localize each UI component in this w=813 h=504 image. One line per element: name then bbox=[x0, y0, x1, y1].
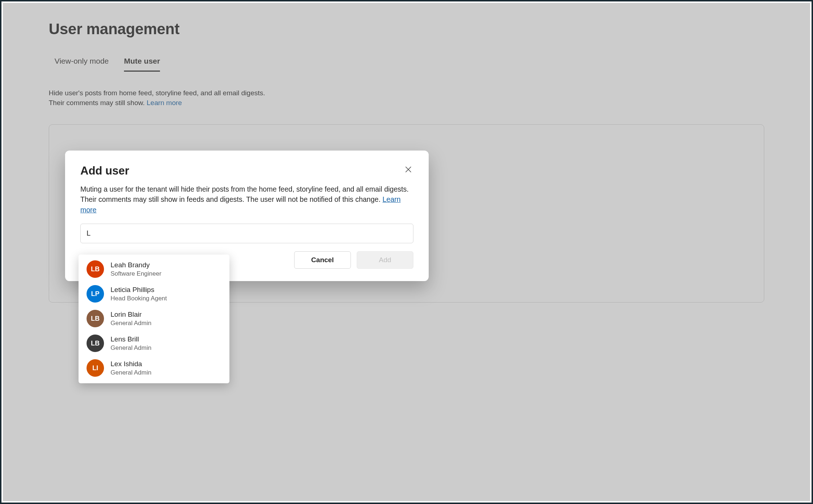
tab-view-only-mode[interactable]: View-only mode bbox=[55, 57, 109, 72]
suggestion-item[interactable]: LB Lorin Blair General Admin bbox=[79, 306, 229, 331]
user-search-input[interactable] bbox=[80, 224, 413, 243]
suggestion-role: Head Booking Agent bbox=[111, 295, 167, 303]
add-button[interactable]: Add bbox=[357, 251, 413, 269]
avatar: LB bbox=[87, 260, 104, 278]
close-button[interactable] bbox=[403, 164, 413, 175]
suggestion-role: Software Engineer bbox=[111, 270, 161, 278]
suggestion-role: General Admin bbox=[111, 344, 151, 352]
suggestion-role: General Admin bbox=[111, 369, 151, 377]
suggestion-name: Leticia Phillips bbox=[111, 285, 167, 295]
dialog-body-text: Muting a user for the tenant will hide t… bbox=[80, 185, 409, 203]
suggestion-item[interactable]: LP Leticia Phillips Head Booking Agent bbox=[79, 281, 229, 306]
avatar: LI bbox=[87, 359, 104, 377]
page-title: User management bbox=[49, 20, 764, 38]
suggestion-item[interactable]: LB Lens Brill General Admin bbox=[79, 331, 229, 356]
tab-mute-user[interactable]: Mute user bbox=[124, 57, 160, 72]
dialog-description: Muting a user for the tenant will hide t… bbox=[80, 184, 413, 215]
suggestion-name: Lorin Blair bbox=[111, 310, 151, 319]
description-line2: Their comments may still show. bbox=[49, 99, 147, 107]
learn-more-link[interactable]: Learn more bbox=[147, 99, 182, 107]
suggestion-item[interactable]: LB Leah Brandy Software Engineer bbox=[79, 257, 229, 281]
tab-list: View-only mode Mute user bbox=[49, 57, 764, 72]
description-line1: Hide user's posts from home feed, storyl… bbox=[49, 89, 265, 97]
suggestion-role: General Admin bbox=[111, 319, 151, 327]
cancel-button[interactable]: Cancel bbox=[294, 251, 351, 269]
avatar: LB bbox=[87, 310, 104, 327]
suggestion-name: Lens Brill bbox=[111, 335, 151, 344]
close-icon bbox=[405, 166, 412, 173]
user-suggestion-dropdown: LB Leah Brandy Software Engineer LP Leti… bbox=[79, 255, 229, 383]
suggestion-item[interactable]: LI Lex Ishida General Admin bbox=[79, 356, 229, 380]
tab-description: Hide user's posts from home feed, storyl… bbox=[49, 88, 311, 108]
suggestion-name: Leah Brandy bbox=[111, 260, 161, 270]
dialog-title: Add user bbox=[80, 164, 129, 177]
avatar: LB bbox=[87, 335, 104, 352]
suggestion-name: Lex Ishida bbox=[111, 359, 151, 369]
avatar: LP bbox=[87, 285, 104, 303]
